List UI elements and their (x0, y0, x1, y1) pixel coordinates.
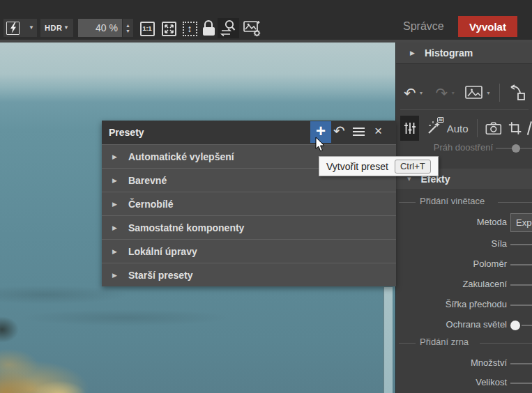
chevron-down-icon[interactable]: ▼ (63, 25, 69, 31)
slider-track[interactable] (522, 325, 532, 326)
histogram-section-header[interactable]: ▶ Histogram (396, 43, 532, 64)
one-to-one-icon: 1:1 (142, 25, 151, 32)
image-dropdown-icon[interactable]: ▼ (486, 91, 491, 95)
tooltip-label: Vytvořit preset (326, 161, 388, 172)
flash-tool-button[interactable]: ▼ (3, 19, 37, 37)
undo-dropdown-icon[interactable]: ▼ (419, 91, 424, 95)
histogram-title: Histogram (425, 47, 473, 59)
slider-track[interactable] (510, 383, 532, 384)
feather-slider-row: Šířka přechodu (396, 298, 532, 311)
collapsed-triangle-icon[interactable]: ▶ (112, 272, 117, 279)
copy-settings-icon[interactable] (508, 84, 528, 101)
tab-vyvolat-active[interactable]: Vyvolat (458, 16, 517, 37)
slider-thumb[interactable] (510, 321, 520, 330)
presets-title: Presety (109, 127, 144, 138)
zoom-1-1-button[interactable]: 1:1 (138, 20, 156, 38)
create-preset-tooltip: Vytvořit preset Ctrl+T (319, 156, 439, 176)
slider-track[interactable] (510, 305, 532, 306)
preset-group-components[interactable]: ▶ Samostatné komponenty (102, 215, 396, 239)
tab-spravce[interactable]: Správce (403, 20, 444, 33)
slider-track[interactable] (510, 284, 532, 286)
divider (400, 109, 529, 110)
roundness-slider-row: Zakulacení (396, 277, 532, 291)
amount-slider-row: Množství (396, 356, 532, 370)
mouse-cursor (315, 137, 326, 153)
method-label: Metoda (477, 217, 507, 227)
spinner-down-icon[interactable]: ▼ (126, 29, 130, 33)
zoom-level-input[interactable]: 40 % (78, 19, 122, 37)
divider (499, 84, 500, 102)
magnifier-swap-icon (218, 18, 239, 38)
collapsed-triangle-icon[interactable]: ▶ (112, 224, 117, 231)
collapsed-triangle-icon[interactable]: ▶ (112, 201, 117, 208)
vignette-method-row: Metoda Expo (396, 213, 532, 232)
image-preview-icon[interactable] (465, 86, 483, 100)
lock-zoom-button[interactable] (202, 20, 215, 37)
redo-icon[interactable]: ↷ (436, 86, 448, 100)
auto-label[interactable]: Auto (447, 123, 469, 134)
camera-tool-icon[interactable] (485, 121, 502, 136)
adjustments-tool-button-active[interactable] (400, 116, 419, 141)
radius-slider-row: Poloměr (396, 257, 532, 271)
develop-tools-toolbar: AI Auto (396, 116, 532, 141)
fit-height-button[interactable]: ↕ (181, 20, 199, 38)
slider-track[interactable] (510, 244, 532, 245)
sharpen-threshold-row: Práh doostření (396, 141, 532, 155)
grain-group-header: Přidání zrna (396, 335, 532, 349)
sharpen-threshold-label: Práh doostření (434, 142, 493, 153)
photo-edge-strip (383, 287, 393, 393)
menu-icon[interactable] (353, 128, 365, 138)
undo-icon[interactable]: ↶ (404, 86, 416, 100)
tooltip-shortcut: Ctrl+T (395, 160, 431, 174)
redo-dropdown-icon: ▼ (450, 91, 455, 95)
lock-icon (204, 20, 213, 27)
vignette-group-label: Přidání vinětace (420, 196, 485, 206)
collapsed-triangle-icon[interactable]: ▶ (112, 177, 117, 184)
revert-preset-icon[interactable]: ↶ (333, 123, 345, 139)
expand-arrows-icon (162, 22, 176, 36)
presets-panel-header[interactable]: Presety + ↶ × (102, 121, 396, 144)
size-slider-row: Velikost (396, 376, 532, 390)
presets-panel: Presety + ↶ × ▶ Automatické vylepšení ▶ … (102, 121, 396, 286)
crop-tool-icon[interactable] (508, 121, 522, 136)
collapsed-triangle-icon[interactable]: ▶ (410, 49, 415, 56)
method-select[interactable]: Expo (510, 213, 532, 232)
compare-view-button[interactable] (218, 18, 239, 38)
lightning-icon (6, 22, 20, 35)
divider (477, 119, 478, 137)
image-gear-icon (243, 19, 261, 38)
vignette-group-header: Přidání vinětace (396, 194, 532, 208)
grain-group-label: Přidání zrna (420, 337, 469, 347)
ai-badge: AI (437, 117, 444, 123)
develop-side-panel: ▶ Histogram ↶ ▼ ↷ ▼ ▼ (395, 43, 532, 393)
highlight-protection-slider-row: Ochrana světel (396, 318, 532, 332)
slider-track[interactable] (510, 363, 532, 364)
chevron-down-icon[interactable]: ▼ (29, 25, 34, 31)
sliders-icon (404, 122, 416, 134)
preset-group-local-edits[interactable]: ▶ Lokální úpravy (102, 239, 396, 263)
brush-tool-icon-partial[interactable] (526, 120, 532, 137)
up-down-arrow-icon: ↕ (188, 24, 192, 33)
close-icon[interactable]: × (374, 123, 382, 139)
export-settings-button[interactable] (243, 19, 261, 38)
preset-group-bw[interactable]: ▶ Černobílé (102, 192, 396, 215)
slider-thumb-disabled (512, 144, 520, 153)
collapsed-triangle-icon[interactable]: ▶ (112, 153, 117, 160)
preset-group-legacy[interactable]: ▶ Starší presety (102, 263, 396, 286)
fit-to-screen-button[interactable] (160, 20, 178, 38)
top-toolbar: ▼ HDR ▼ 40 % ▲ ▼ 1:1 ↕ (0, 0, 532, 40)
strength-slider-row: Síla (396, 237, 532, 251)
collapsed-triangle-icon[interactable]: ▶ (112, 248, 117, 255)
hdr-label: HDR (45, 24, 62, 32)
slider-track[interactable] (510, 264, 532, 265)
zoom-stepper[interactable]: ▲ ▼ (123, 19, 133, 37)
hdr-button[interactable]: HDR ▼ (40, 19, 73, 37)
auto-enhance-button[interactable]: AI (426, 119, 443, 137)
history-toolbar: ↶ ▼ ↷ ▼ ▼ (396, 81, 532, 105)
spinner-up-icon[interactable]: ▲ (126, 23, 130, 28)
